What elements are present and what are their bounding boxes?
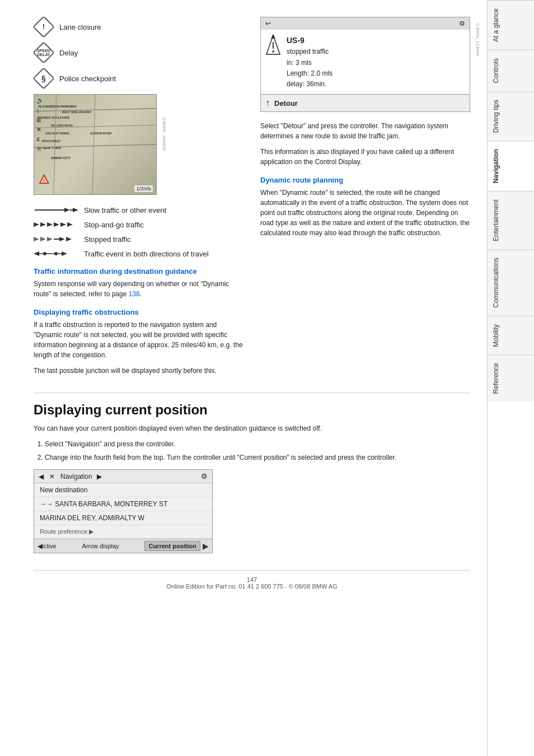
right-column: ↩ ⚙: [260, 17, 470, 381]
svg-text:§: §: [41, 74, 46, 83]
lane-closure-icon: !: [34, 17, 54, 37]
traffic-warning-icon: [265, 34, 282, 60]
stopped-traffic-arrows: [34, 235, 78, 244]
traffic-info-box-header: ↩ ⚙: [261, 17, 470, 30]
detour-bar: ↑ Detour: [261, 94, 470, 111]
sidebar-tab-driving-tips[interactable]: Driving tips: [488, 91, 534, 141]
svg-text:!: !: [44, 178, 45, 183]
svg-marker-38: [271, 34, 275, 39]
svg-marker-23: [67, 222, 73, 227]
lane-closure-row: ! Lane closure: [34, 17, 243, 37]
stopped-traffic-row: Stopped traffic: [34, 235, 243, 244]
svg-marker-29: [66, 237, 72, 241]
traffic-line2: in: 3 mls: [287, 58, 332, 68]
svg-line-7: [34, 109, 156, 111]
traffic-info-box-body: US-9 stopped traffic in: 3 mls Length: 2…: [261, 30, 470, 94]
sidebar-tab-controls[interactable]: Controls: [488, 50, 534, 91]
svg-marker-34: [62, 251, 67, 256]
lane-closure-label: Lane closure: [59, 23, 101, 31]
svg-marker-15: [64, 208, 70, 212]
svg-text:!: !: [43, 22, 45, 31]
nav-route-1: →→ SANTA BARBARA, MONTERREY ST: [34, 497, 212, 511]
nav-header-nav: ◀ ✕ Navigation ▶: [39, 473, 102, 480]
current-position-button[interactable]: Current position: [144, 541, 200, 551]
sidebar-tab-at-a-glance[interactable]: At a glance: [488, 0, 534, 50]
svg-point-37: [272, 50, 274, 53]
police-label: Police checkpoint: [59, 74, 116, 83]
route-2-label: MARINA DEL REY, ADMIRALTY W: [40, 514, 144, 522]
page-ref-link[interactable]: 138: [129, 290, 140, 298]
sidebar-tab-navigation[interactable]: Navigation: [488, 141, 534, 191]
both-directions-row: Traffic event in both directions of trav…: [34, 249, 243, 258]
traffic-info-box: ↩ ⚙: [260, 17, 470, 112]
sidebar-tabs: At a glance Controls Driving tips Naviga…: [487, 0, 534, 756]
detour-arrow-icon: ↑: [265, 98, 270, 108]
svg-marker-19: [40, 222, 46, 227]
svg-line-8: [34, 125, 156, 128]
delay-label: Delay: [59, 49, 78, 57]
both-directions-label: Traffic event in both directions of trav…: [84, 250, 209, 258]
section-divider: [34, 393, 470, 393]
stop-and-go-arrows: [34, 220, 78, 229]
select-detour-text: Select "Detour" and press the controller…: [260, 121, 470, 141]
traffic-info-body: System response will vary depending on w…: [34, 279, 243, 299]
map-image: N.Y.HUDSON PARKWAY WEST SIDE HIGHWAY KEN…: [34, 94, 157, 195]
svg-text:DELAY: DELAY: [37, 53, 50, 57]
traffic-line1: stopped traffic: [287, 46, 332, 57]
traffic-box-note: ©BMW_123456: [475, 22, 480, 56]
header-back-icon: ↩: [265, 20, 271, 27]
stopped-traffic-label: Stopped traffic: [84, 235, 131, 244]
dynamic-route-body: When "Dynamic route" is selected, the ro…: [260, 188, 470, 238]
displaying-current-position-title: Displaying current position: [34, 402, 470, 418]
traffic-line4: delay: 36min.: [287, 79, 332, 90]
nav-box-header: ◀ ✕ Navigation ▶ ⚙: [34, 470, 212, 483]
svg-line-10: [54, 95, 57, 194]
map-wrapper: N.Y.HUDSON PARKWAY WEST SIDE HIGHWAY KEN…: [34, 94, 157, 204]
navigation-box: ◀ ✕ Navigation ▶ ⚙ New destination →→ SA…: [34, 469, 213, 553]
svg-point-33: [54, 252, 58, 255]
nav-box-footer: ◀Ictive Arrow display Current position ▶: [34, 539, 212, 553]
displaying-intro: You can have your current position displ…: [34, 423, 470, 433]
sidebar-tab-communications[interactable]: Communications: [488, 249, 534, 315]
svg-marker-20: [47, 222, 53, 227]
delay-row: SPEED DELAY Delay: [34, 43, 243, 63]
svg-marker-21: [54, 222, 59, 227]
slow-traffic-arrows: [34, 206, 78, 214]
nav-header-map-icon: ✕: [49, 473, 55, 480]
nav-header-settings-icon: ⚙: [201, 472, 208, 480]
sidebar-tab-entertainment[interactable]: Entertainment: [488, 191, 534, 249]
page-number: 147: [34, 576, 470, 583]
traffic-info-box-wrapper: ↩ ⚙: [260, 17, 470, 112]
copyright-text: Online Edition for Part no. 01 41 2 600 …: [34, 583, 470, 590]
svg-marker-17: [73, 208, 78, 212]
also-displayed-text: This information is also displayed if yo…: [260, 147, 470, 167]
obstructions-body1: If a traffic obstruction is reported to …: [34, 320, 243, 360]
nav-header-title: Navigation: [60, 473, 92, 480]
svg-marker-18: [34, 222, 39, 227]
detour-label: Detour: [274, 99, 298, 108]
stop-and-go-row: Stop-and-go traffic: [34, 220, 243, 229]
header-settings-icon: ⚙: [459, 20, 465, 27]
traffic-info-heading: Traffic information during destination g…: [34, 267, 243, 276]
footer-ictive-label: ◀Ictive: [38, 543, 57, 550]
nav-new-destination: New destination: [34, 483, 212, 497]
dynamic-route-heading: Dynamic route planning: [260, 176, 470, 184]
svg-text:SPEED: SPEED: [37, 49, 50, 53]
obstructions-body2: The last possible junction will be displ…: [34, 366, 243, 376]
sidebar-tab-reference[interactable]: Reference: [488, 354, 534, 402]
traffic-line3: Length: 2.0 mls: [287, 68, 332, 79]
svg-marker-28: [59, 237, 65, 241]
slow-traffic-row: Slow traffic or other event: [34, 206, 243, 214]
footer-arrow-display-label: Arrow display: [59, 543, 143, 549]
step-1: Select "Navigation" and press the contro…: [45, 439, 470, 449]
new-destination-label: New destination: [40, 486, 87, 494]
svg-marker-25: [40, 237, 46, 241]
svg-point-32: [43, 252, 46, 255]
road-id: US-9: [287, 34, 332, 46]
nav-left-arrow-icon: ◀: [39, 473, 44, 480]
route-1-label: →→ SANTA BARBARA, MONTERREY ST: [40, 500, 167, 508]
page-footer: 147 Online Edition for Part no. 01 41 2 …: [34, 570, 470, 590]
both-directions-arrows: [34, 249, 78, 258]
displaying-obstructions-heading: Displaying traffic obstructions: [34, 308, 243, 316]
sidebar-tab-mobility[interactable]: Mobility: [488, 316, 534, 355]
